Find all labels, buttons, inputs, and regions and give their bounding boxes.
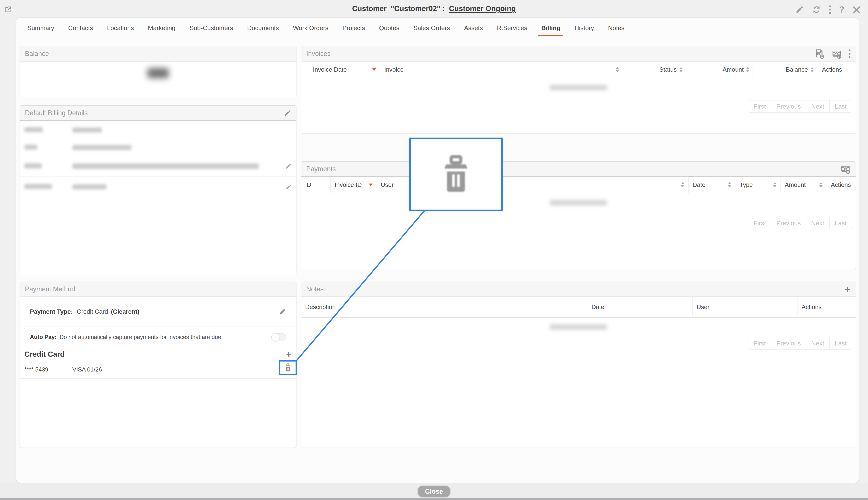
tab-marketing[interactable]: Marketing (148, 24, 175, 32)
pagination-previous[interactable]: Previous (771, 217, 806, 229)
column-amount[interactable]: Amount (687, 61, 754, 78)
notes-table-header: Description Date User Actions (301, 297, 856, 318)
column-amount[interactable]: Amount (781, 177, 827, 193)
payment-type-label: Payment Type: (30, 308, 73, 315)
tab-sub-customers[interactable]: Sub-Customers (190, 24, 233, 32)
tab-work-orders[interactable]: Work Orders (293, 24, 328, 32)
close-window-icon[interactable] (853, 5, 860, 14)
edit-payment-type-icon[interactable] (279, 308, 286, 315)
title-entity: Customer (352, 4, 387, 13)
tab-notes[interactable]: Notes (608, 24, 625, 32)
billing-details-row (20, 139, 296, 156)
invoices-title: Invoices (306, 50, 331, 58)
billing-details-row (20, 177, 296, 197)
pagination-next[interactable]: Next (806, 100, 830, 112)
tab-rservices[interactable]: R.Services (497, 24, 527, 32)
credit-card-heading: Credit Card (24, 350, 65, 359)
notes-pagination: First Previous Next Last (748, 337, 852, 350)
column-actions: Actions (798, 297, 856, 317)
window-bottom-edge (0, 498, 868, 500)
column-actions: Actions (818, 61, 856, 78)
pagination-previous[interactable]: Previous (771, 337, 806, 349)
pagination-previous[interactable]: Previous (771, 100, 806, 112)
auto-pay-row: Auto Pay: Do not automatically capture p… (20, 327, 296, 348)
delete-card-icon[interactable] (284, 363, 292, 372)
edit-billing-details-icon[interactable] (284, 110, 291, 116)
close-button[interactable]: Close (418, 486, 450, 497)
notes-title: Notes (306, 285, 323, 293)
redacted-value (72, 145, 132, 150)
redacted-value (72, 163, 259, 169)
payments-title: Payments (306, 165, 336, 173)
sort-desc-icon (369, 183, 373, 186)
credit-card-heading-row: Credit Card + (20, 348, 296, 361)
tab-assets[interactable]: Assets (464, 24, 483, 32)
column-balance[interactable]: Balance (754, 61, 818, 78)
pagination-next[interactable]: Next (806, 337, 830, 349)
tab-history[interactable]: History (574, 24, 594, 32)
sort-icon (819, 182, 823, 188)
help-icon[interactable]: ? (839, 5, 844, 14)
sort-icon (679, 67, 683, 72)
payment-type-value: Credit Card (77, 308, 108, 315)
payments-empty-state (301, 200, 856, 205)
tab-documents[interactable]: Documents (247, 24, 279, 32)
trash-icon-magnified (439, 155, 473, 194)
billing-details-row (20, 156, 296, 177)
sort-icon (681, 182, 684, 188)
tab-summary[interactable]: Summary (27, 24, 54, 32)
pagination-first[interactable]: First (749, 100, 771, 112)
redacted-label (24, 163, 42, 168)
pagination-next[interactable]: Next (806, 217, 830, 229)
invoices-empty-state (301, 85, 856, 90)
magnifier-callout (409, 138, 503, 211)
pagination-last[interactable]: Last (830, 100, 852, 112)
notes-empty-state (301, 324, 856, 330)
tab-contacts[interactable]: Contacts (68, 24, 93, 32)
tab-billing[interactable]: Billing (541, 24, 560, 32)
column-invoice-date[interactable]: Invoice Date (309, 61, 380, 78)
column-user: User (693, 297, 798, 317)
tab-locations[interactable]: Locations (107, 24, 134, 32)
invoices-table-header: Invoice Date Invoice Status Amount Balan… (301, 61, 856, 78)
title-customer-name: "Customer02" : (391, 4, 445, 13)
pagination-first[interactable]: First (749, 217, 771, 229)
billing-details-row (20, 121, 296, 139)
more-options-icon[interactable] (829, 5, 831, 14)
tab-bar: Summary Contacts Locations Marketing Sub… (16, 18, 859, 38)
edit-field-icon[interactable] (285, 184, 292, 190)
column-status[interactable]: Status (623, 61, 687, 78)
delete-card-target-highlight (279, 360, 297, 375)
edit-field-icon[interactable] (285, 163, 292, 169)
tab-sales-orders[interactable]: Sales Orders (413, 24, 450, 32)
tab-projects[interactable]: Projects (342, 24, 365, 32)
column-invoice[interactable]: Invoice (380, 61, 623, 78)
add-note-icon[interactable]: + (845, 284, 850, 294)
column-date[interactable]: Date (688, 177, 736, 193)
add-invoice-icon[interactable] (815, 49, 825, 59)
add-payment-icon[interactable] (832, 49, 842, 59)
add-credit-card-icon[interactable]: + (286, 350, 292, 359)
refresh-icon[interactable] (812, 5, 821, 14)
redacted-label (24, 145, 37, 150)
column-type[interactable]: Type (735, 177, 781, 193)
billing-details-title: Default Billing Details (25, 109, 88, 117)
sort-desc-icon (372, 68, 376, 71)
column-invoice-id[interactable]: Invoice ID (331, 177, 377, 193)
invoices-menu-icon[interactable] (849, 49, 850, 58)
credit-card-row: **** 5439 VISA 01/26 (20, 361, 296, 378)
add-payment-icon[interactable] (841, 164, 850, 174)
edit-icon[interactable] (796, 5, 804, 14)
payment-type-row: Payment Type: Credit Card (Clearent) (20, 297, 296, 327)
payment-method-title: Payment Method (25, 285, 75, 293)
pagination-last[interactable]: Last (830, 337, 852, 349)
window-toolbar: ? (796, 5, 860, 14)
column-description: Description (301, 297, 587, 317)
auto-pay-toggle[interactable] (271, 333, 286, 341)
pagination-last[interactable]: Last (830, 217, 852, 229)
column-id[interactable]: ID (301, 177, 331, 193)
pagination-first[interactable]: First (749, 337, 771, 349)
invoices-pagination: First Previous Next Last (748, 100, 852, 113)
customer-status-link[interactable]: Customer Ongoing (449, 4, 516, 13)
tab-quotes[interactable]: Quotes (379, 24, 399, 32)
